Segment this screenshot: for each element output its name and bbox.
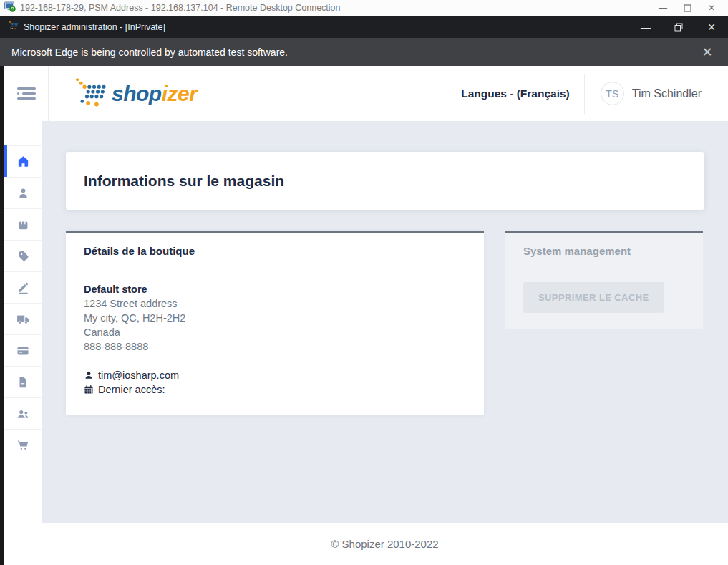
truck-icon bbox=[16, 312, 30, 327]
clear-cache-button[interactable]: SUPPRIMER LE CACHE bbox=[523, 282, 664, 313]
shopizer-logo[interactable]: shopizer bbox=[72, 77, 197, 110]
rdp-close-button[interactable]: ✕ bbox=[699, 0, 724, 16]
edge-titlebar: Shopizer administration - [InPrivate] — … bbox=[0, 16, 728, 38]
bag-icon bbox=[16, 218, 30, 231]
rdp-window-title: 192-168-178-29, PSM Address - 192.168.13… bbox=[20, 3, 651, 13]
menu-zone bbox=[4, 66, 49, 121]
browser-minimize-button[interactable]: — bbox=[629, 16, 662, 38]
store-address-line: My city, QC, H2H-2H2 bbox=[84, 311, 466, 325]
rdp-icon bbox=[4, 1, 16, 15]
browser-close-button[interactable]: ✕ bbox=[695, 16, 728, 38]
automation-close-icon[interactable]: ✕ bbox=[697, 44, 718, 60]
store-address-line: Canada bbox=[84, 325, 466, 339]
app-region: shopizer Langues - (Français) TS Tim Sch… bbox=[0, 66, 728, 565]
system-management-card: System management SUPPRIMER LE CACHE bbox=[505, 231, 703, 329]
calendar-icon bbox=[84, 385, 94, 395]
customers-icon bbox=[16, 407, 30, 421]
browser-tab-title: Shopizer administration - [InPrivate] bbox=[24, 22, 629, 32]
store-email: tim@iosharp.com bbox=[98, 368, 179, 382]
sidebar-item-edit[interactable] bbox=[4, 271, 42, 303]
store-phone: 888-888-8888 bbox=[84, 339, 466, 354]
automation-notice-bar: Microsoft Edge is being controlled by au… bbox=[0, 38, 728, 66]
sidebar-item-tags[interactable] bbox=[4, 240, 42, 271]
shopizer-favicon bbox=[7, 20, 18, 34]
sidebar-item-orders[interactable] bbox=[4, 366, 42, 397]
credit-card-icon bbox=[16, 344, 30, 358]
rdp-maximize-button[interactable] bbox=[675, 0, 699, 16]
copyright-text: © Shopizer 2010-2022 bbox=[331, 538, 438, 550]
footer: © Shopizer 2010-2022 bbox=[42, 523, 728, 565]
menu-toggle-icon[interactable] bbox=[17, 84, 36, 102]
store-name: Default store bbox=[84, 282, 466, 296]
page-title: Informations sur le magasin bbox=[84, 173, 284, 190]
person-icon bbox=[84, 370, 94, 380]
user-name[interactable]: Tim Schindler bbox=[632, 87, 702, 100]
sidebar-item-shipping[interactable] bbox=[4, 303, 42, 334]
sidebar-item-cart[interactable] bbox=[4, 429, 42, 460]
language-selector[interactable]: Langues - (Français) bbox=[461, 87, 570, 100]
sidebar-item-customers[interactable] bbox=[4, 397, 42, 429]
sidebar-nav bbox=[4, 121, 42, 565]
store-details-title: Détails de la boutique bbox=[66, 233, 484, 269]
rdp-minimize-button[interactable]: — bbox=[651, 0, 675, 16]
home-icon bbox=[16, 155, 30, 168]
sidebar-item-users[interactable] bbox=[4, 177, 42, 208]
system-management-title: System management bbox=[505, 233, 703, 269]
sidebar-item-home[interactable] bbox=[4, 145, 42, 177]
edit-icon bbox=[16, 281, 30, 294]
user-avatar[interactable]: TS bbox=[601, 82, 624, 105]
automation-message: Microsoft Edge is being controlled by au… bbox=[11, 47, 697, 58]
header-divider bbox=[584, 74, 585, 114]
sidebar-item-payments[interactable] bbox=[4, 334, 42, 366]
shopizer-logo-dots bbox=[72, 77, 106, 110]
store-address-line: 1234 Street address bbox=[84, 296, 466, 311]
sidebar-item-catalog[interactable] bbox=[4, 208, 42, 240]
browser-restore-button[interactable] bbox=[662, 16, 695, 38]
tag-icon bbox=[16, 249, 30, 263]
cart-icon bbox=[16, 438, 30, 453]
store-details-card: Détails de la boutique Default store 123… bbox=[66, 231, 484, 415]
app-header: shopizer Langues - (Français) TS Tim Sch… bbox=[4, 66, 728, 121]
rdp-titlebar: 192-168-178-29, PSM Address - 192.168.13… bbox=[0, 0, 728, 16]
page-title-card: Informations sur le magasin bbox=[66, 152, 704, 210]
file-icon bbox=[16, 376, 29, 389]
last-access-label: Dernier accès: bbox=[98, 382, 165, 397]
user-icon bbox=[16, 186, 30, 200]
shopizer-logo-text: shopizer bbox=[112, 82, 197, 106]
page-content: Informations sur le magasin Détails de l… bbox=[42, 121, 728, 523]
